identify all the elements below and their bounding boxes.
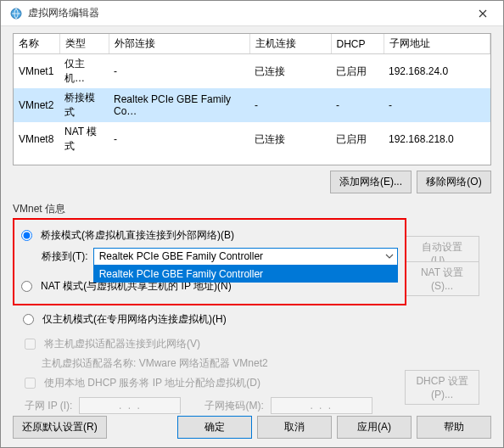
restore-defaults-button[interactable]: 还原默认设置(R) [13,416,107,439]
apply-button[interactable]: 应用(A) [337,416,412,439]
use-dhcp-label: 使用本地 DHCP 服务将 IP 地址分配给虚拟机(D) [44,376,260,390]
col-type[interactable]: 类型 [59,34,109,54]
close-icon [479,9,487,18]
nat-radio[interactable] [21,281,32,292]
help-button[interactable]: 帮助 [417,416,491,439]
col-name[interactable]: 名称 [14,34,59,54]
hostonly-radio[interactable] [23,314,34,325]
col-ext[interactable]: 外部连接 [109,34,249,54]
add-network-button[interactable]: 添加网络(E)... [330,171,412,193]
col-dhcp[interactable]: DHCP [331,34,384,54]
subnet-ip-field: . . . [79,397,181,414]
app-icon [9,7,23,20]
col-host[interactable]: 主机连接 [249,34,331,54]
subnet-ip-label: 子网 IP (I): [25,399,72,413]
bridged-to-label: 桥接到(T): [42,249,88,264]
vmnet-info-label: VMnet 信息 [13,202,491,216]
subnet-mask-field: . . . [271,397,372,414]
chevron-down-icon [384,251,395,264]
use-dhcp-checkbox [25,378,36,389]
bridged-radio[interactable] [21,230,32,241]
combo-selected: Realtek PCIe GBE Family Controller [99,250,263,262]
table-row[interactable]: VMnet8 NAT 模式 - 已连接 已启用 192.168.218.0 [14,122,490,156]
adapter-name-label: 主机虚拟适配器名称: VMware 网络适配器 VMnet2 [42,356,491,371]
combo-option[interactable]: Realtek PCIe GBE Family Controller [93,266,398,283]
bridged-label: 桥接模式(将虚拟机直接连接到外部网络)(B) [41,228,234,243]
connect-host-label: 将主机虚拟适配器连接到此网络(V) [44,337,200,351]
dhcp-settings-button: DHCP 设置(P)... [405,370,479,405]
cancel-button[interactable]: 取消 [257,416,332,439]
remove-network-button[interactable]: 移除网络(O) [417,171,491,193]
hostonly-label: 仅主机模式(在专用网络内连接虚拟机)(H) [42,312,227,327]
close-button[interactable] [466,2,500,25]
connect-host-checkbox [25,339,36,350]
subnet-mask-label: 子网掩码(M): [204,399,263,413]
window-title: 虚拟网络编辑器 [28,6,466,20]
table-row[interactable]: VMnet2 桥接模式 Realtek PCIe GBE Family Co… … [14,88,490,122]
col-subnet[interactable]: 子网地址 [384,34,490,54]
table-row[interactable]: VMnet1 仅主机… - 已连接 已启用 192.168.24.0 [14,54,490,89]
nat-settings-button: NAT 设置(S)... [405,261,479,296]
mode-highlight-box: 桥接模式(将虚拟机直接连接到外部网络)(B) 桥接到(T): Realtek P… [13,218,406,305]
ok-button[interactable]: 确定 [177,416,252,439]
bridged-adapter-combo[interactable]: Realtek PCIe GBE Family Controller Realt… [93,248,398,266]
network-table[interactable]: 名称 类型 外部连接 主机连接 DHCP 子网地址 VMnet1 仅主机… - … [13,33,491,165]
